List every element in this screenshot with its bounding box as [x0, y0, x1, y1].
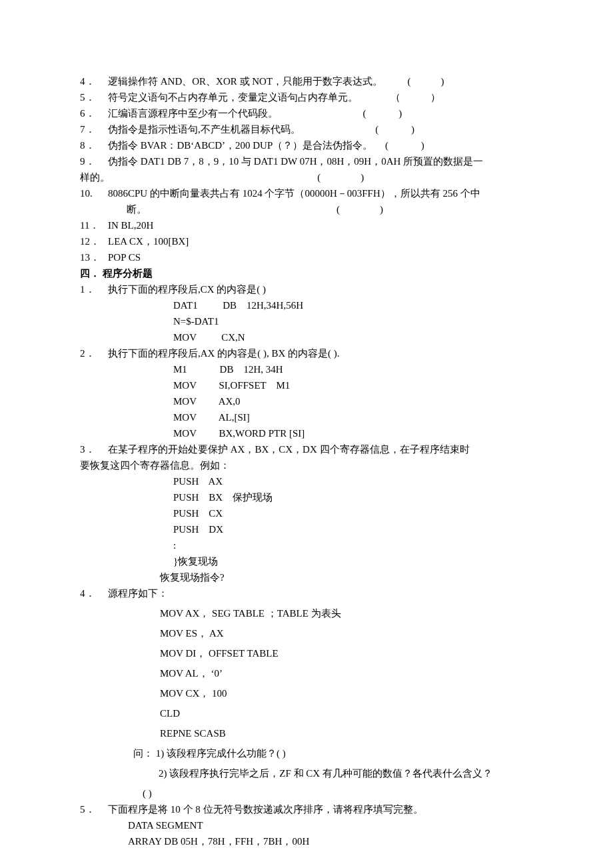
code-line: PUSH BX 保护现场 — [80, 489, 533, 505]
item-text: IN BL,20H — [108, 217, 533, 233]
tf-item-4: 4． 逻辑操作符 AND、OR、XOR 或 NOT，只能用于数字表达式。 ( ) — [80, 73, 533, 89]
paren-blank: ( ) — [110, 172, 364, 183]
q3-cont: 要恢复这四个寄存器信息。例如： — [80, 457, 533, 473]
item-text: 在某子程序的开始处要保护 AX，BX，CX，DX 四个寄存器信息，在子程序结束时 — [108, 441, 533, 457]
q4-ask1: 问： 1) 该段程序完成什么功能？( ) — [80, 745, 533, 761]
tf-item-11: 11． IN BL,20H — [80, 217, 533, 233]
item-text: 逻辑操作符 AND、OR、XOR 或 NOT，只能用于数字表达式。 ( ) — [108, 73, 533, 89]
item-text: 伪指令 DAT1 DB 7，8，9，10 与 DAT1 DW 07H，08H，0… — [108, 153, 533, 169]
q2: 2． 执行下面的程序段后,AX 的内容是( ), BX 的内容是( ). — [80, 345, 533, 361]
code-line: MOV CX,N — [80, 329, 533, 345]
code-line: MOV DI， OFFSET TABLE — [80, 645, 533, 661]
q4-ask3: ( ) — [80, 785, 533, 801]
tf-item-7: 7． 伪指令是指示性语句,不产生机器目标代码。 ( ) — [80, 121, 533, 137]
code-line: MOV ES， AX — [80, 625, 533, 641]
code-line: DAT1 DB 12H,34H,56H — [80, 297, 533, 313]
tf-item-9: 9． 伪指令 DAT1 DB 7，8，9，10 与 DAT1 DW 07H，08… — [80, 153, 533, 169]
q3-last: 恢复现场指令? — [80, 569, 533, 585]
code-line: MOV SI,OFFSET M1 — [80, 377, 533, 393]
paren-blank: ( ) — [372, 140, 424, 151]
item-number: 6． — [80, 105, 108, 121]
item-number: 7． — [80, 121, 108, 137]
paren-blank: ( ) — [301, 124, 414, 135]
tf-item-10: 10. 8086CPU 的中断向量表共占有 1024 个字节（00000H－00… — [80, 185, 533, 201]
item-number: 5． — [80, 801, 108, 817]
item-number: 1． — [80, 281, 108, 297]
code-line: : — [80, 537, 533, 553]
item-text: 下面程序是将 10 个 8 位无符号数按递减次序排序，请将程序填写完整。 — [108, 801, 533, 817]
code-line: ARRAY DB 05H，78H，FFH，7BH，00H — [80, 833, 533, 849]
section-4-title: 四． 程序分析题 — [80, 265, 533, 281]
item-number: 10. — [80, 185, 108, 201]
paren-blank: ( ) — [278, 108, 402, 119]
tf-item-6: 6． 汇编语言源程序中至少有一个代码段。 ( ) — [80, 105, 533, 121]
code-line: MOV AL， ‘0’ — [80, 665, 533, 681]
tf-item-5: 5． 符号定义语句不占内存单元，变量定义语句占内存单元。 （ ） — [80, 89, 533, 105]
code-line: DATA SEGMENT — [80, 817, 533, 833]
item-text: 执行下面的程序段后,CX 的内容是( ) — [108, 281, 533, 297]
item-number: 4． — [80, 73, 108, 89]
item-text: 符号定义语句不占内存单元，变量定义语句占内存单元。 （ ） — [108, 89, 533, 105]
tf-item-8: 8． 伪指令 BVAR：DB‘ABCD’，200 DUP（？）是合法伪指令。 (… — [80, 137, 533, 153]
code-line: REPNE SCASB — [80, 725, 533, 741]
item-text: 伪指令 BVAR：DB‘ABCD’，200 DUP（？）是合法伪指令。 ( ) — [108, 137, 533, 153]
item-text: 执行下面的程序段后,AX 的内容是( ), BX 的内容是( ). — [108, 345, 533, 361]
item-number: 2． — [80, 345, 108, 361]
item-number: 11． — [80, 217, 108, 233]
page-container: 4． 逻辑操作符 AND、OR、XOR 或 NOT，只能用于数字表达式。 ( )… — [0, 0, 613, 868]
item-text: POP CS — [108, 249, 533, 265]
code-line: PUSH CX — [80, 505, 533, 521]
q1: 1． 执行下面的程序段后,CX 的内容是( ) — [80, 281, 533, 297]
q4: 4． 源程序如下： — [80, 585, 533, 601]
paren-blank: ( ) — [382, 76, 444, 87]
item-text: LEA CX，100[BX] — [108, 233, 533, 249]
code-line: MOV AX， SEG TABLE ；TABLE 为表头 — [80, 605, 533, 621]
tf-item-12: 12． LEA CX，100[BX] — [80, 233, 533, 249]
code-line: PUSH DX — [80, 521, 533, 537]
item-number: 3． — [80, 441, 108, 457]
code-line: }恢复现场 — [80, 553, 533, 569]
item-text: 汇编语言源程序中至少有一个代码段。 ( ) — [108, 105, 533, 121]
item-text: 伪指令是指示性语句,不产生机器目标代码。 ( ) — [108, 121, 533, 137]
code-line: M1 DB 12H, 34H — [80, 361, 533, 377]
code-line: MOV BX,WORD PTR [SI] — [80, 425, 533, 441]
item-text: 源程序如下： — [108, 585, 533, 601]
paren-blank: （ ） — [358, 92, 440, 103]
item-number: 4． — [80, 585, 108, 601]
item-number: 12． — [80, 233, 108, 249]
tf-item-10-cont: 断。 ( ) — [80, 201, 533, 217]
item-number: 5． — [80, 89, 108, 105]
item-text: 8086CPU 的中断向量表共占有 1024 个字节（00000H－003FFH… — [108, 185, 533, 201]
code-line: CLD — [80, 705, 533, 721]
code-line: N=$-DAT1 — [80, 313, 533, 329]
item-number: 8． — [80, 137, 108, 153]
code-line: MOV AX,0 — [80, 393, 533, 409]
q3: 3． 在某子程序的开始处要保护 AX，BX，CX，DX 四个寄存器信息，在子程序… — [80, 441, 533, 457]
tf-item-13: 13． POP CS — [80, 249, 533, 265]
code-line: PUSH AX — [80, 473, 533, 489]
q5: 5． 下面程序是将 10 个 8 位无符号数按递减次序排序，请将程序填写完整。 — [80, 801, 533, 817]
code-line: MOV CX， 100 — [80, 685, 533, 701]
item-number: 9． — [80, 153, 108, 169]
code-line: MOV AL,[SI] — [80, 409, 533, 425]
q4-ask2: 2) 该段程序执行完毕之后，ZF 和 CX 有几种可能的数值？各代表什么含义？ — [80, 765, 533, 781]
paren-blank: ( ) — [147, 204, 383, 215]
tf-item-9-cont: 样的。 ( ) — [80, 169, 533, 185]
item-number: 13． — [80, 249, 108, 265]
